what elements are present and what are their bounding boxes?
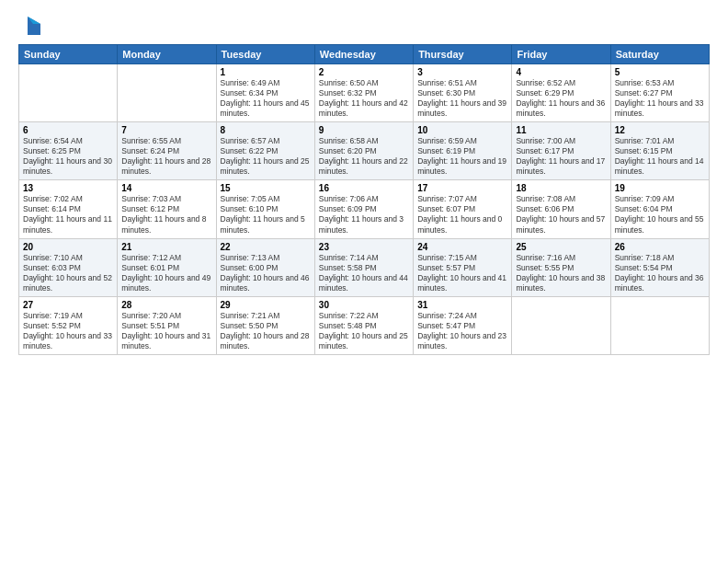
- calendar-week-4: 20Sunrise: 7:10 AM Sunset: 6:03 PM Dayli…: [19, 238, 710, 296]
- day-number: 30: [319, 300, 409, 310]
- day-number: 19: [615, 183, 705, 193]
- day-info: Sunrise: 7:19 AM Sunset: 5:52 PM Dayligh…: [23, 311, 113, 351]
- calendar-cell: 28Sunrise: 7:20 AM Sunset: 5:51 PM Dayli…: [118, 296, 216, 354]
- day-info: Sunrise: 6:59 AM Sunset: 6:19 PM Dayligh…: [417, 136, 507, 177]
- calendar-cell: 26Sunrise: 7:18 AM Sunset: 5:54 PM Dayli…: [610, 238, 709, 296]
- weekday-header-saturday: Saturday: [610, 45, 709, 64]
- page: SundayMondayTuesdayWednesdayThursdayFrid…: [0, 0, 728, 563]
- day-info: Sunrise: 7:09 AM Sunset: 6:04 PM Dayligh…: [615, 194, 705, 235]
- day-info: Sunrise: 7:21 AM Sunset: 5:50 PM Dayligh…: [221, 311, 311, 351]
- day-info: Sunrise: 7:06 AM Sunset: 6:09 PM Dayligh…: [319, 194, 409, 235]
- day-info: Sunrise: 6:58 AM Sunset: 6:20 PM Dayligh…: [319, 136, 409, 177]
- day-number: 1: [221, 67, 311, 77]
- calendar-cell: [19, 64, 118, 122]
- day-number: 26: [615, 242, 705, 252]
- day-info: Sunrise: 6:57 AM Sunset: 6:22 PM Dayligh…: [221, 136, 311, 177]
- calendar-week-5: 27Sunrise: 7:19 AM Sunset: 5:52 PM Dayli…: [19, 296, 710, 354]
- day-number: 16: [319, 183, 409, 193]
- day-number: 2: [319, 67, 409, 77]
- weekday-header-friday: Friday: [512, 45, 610, 64]
- calendar-cell: 6Sunrise: 6:54 AM Sunset: 6:25 PM Daylig…: [19, 122, 118, 180]
- calendar-week-1: 1Sunrise: 6:49 AM Sunset: 6:34 PM Daylig…: [19, 64, 710, 122]
- day-number: 9: [319, 125, 409, 135]
- calendar-table: SundayMondayTuesdayWednesdayThursdayFrid…: [18, 44, 710, 355]
- day-info: Sunrise: 6:55 AM Sunset: 6:24 PM Dayligh…: [121, 136, 211, 177]
- day-info: Sunrise: 6:53 AM Sunset: 6:27 PM Dayligh…: [615, 78, 705, 119]
- day-info: Sunrise: 7:01 AM Sunset: 6:15 PM Dayligh…: [615, 136, 705, 177]
- day-number: 11: [516, 125, 606, 135]
- day-info: Sunrise: 7:00 AM Sunset: 6:17 PM Dayligh…: [516, 136, 606, 177]
- day-number: 5: [615, 67, 705, 77]
- calendar-cell: 1Sunrise: 6:49 AM Sunset: 6:34 PM Daylig…: [216, 64, 314, 122]
- day-info: Sunrise: 7:05 AM Sunset: 6:10 PM Dayligh…: [221, 194, 311, 235]
- day-info: Sunrise: 7:15 AM Sunset: 5:57 PM Dayligh…: [417, 253, 507, 293]
- day-number: 24: [417, 242, 507, 252]
- day-info: Sunrise: 6:51 AM Sunset: 6:30 PM Dayligh…: [417, 78, 507, 119]
- day-number: 31: [417, 300, 507, 310]
- calendar-cell: [512, 296, 610, 354]
- calendar-cell: 17Sunrise: 7:07 AM Sunset: 6:07 PM Dayli…: [414, 180, 512, 238]
- day-info: Sunrise: 7:03 AM Sunset: 6:12 PM Dayligh…: [121, 194, 211, 235]
- calendar-cell: 14Sunrise: 7:03 AM Sunset: 6:12 PM Dayli…: [118, 180, 216, 238]
- calendar-cell: 22Sunrise: 7:13 AM Sunset: 6:00 PM Dayli…: [216, 238, 314, 296]
- day-number: 27: [23, 300, 113, 310]
- calendar-cell: 13Sunrise: 7:02 AM Sunset: 6:14 PM Dayli…: [19, 180, 118, 238]
- day-number: 7: [121, 125, 211, 135]
- day-info: Sunrise: 7:14 AM Sunset: 5:58 PM Dayligh…: [319, 253, 409, 293]
- calendar-cell: 8Sunrise: 6:57 AM Sunset: 6:22 PM Daylig…: [216, 122, 314, 180]
- day-info: Sunrise: 7:08 AM Sunset: 6:06 PM Dayligh…: [516, 194, 606, 235]
- calendar-cell: 7Sunrise: 6:55 AM Sunset: 6:24 PM Daylig…: [118, 122, 216, 180]
- weekday-header-row: SundayMondayTuesdayWednesdayThursdayFrid…: [19, 45, 710, 64]
- calendar-cell: 10Sunrise: 6:59 AM Sunset: 6:19 PM Dayli…: [414, 122, 512, 180]
- day-info: Sunrise: 7:07 AM Sunset: 6:07 PM Dayligh…: [417, 194, 507, 235]
- day-info: Sunrise: 7:18 AM Sunset: 5:54 PM Dayligh…: [615, 253, 705, 293]
- calendar-cell: 2Sunrise: 6:50 AM Sunset: 6:32 PM Daylig…: [314, 64, 413, 122]
- calendar-cell: 31Sunrise: 7:24 AM Sunset: 5:47 PM Dayli…: [414, 296, 512, 354]
- calendar-cell: 19Sunrise: 7:09 AM Sunset: 6:04 PM Dayli…: [610, 180, 709, 238]
- day-number: 15: [221, 183, 311, 193]
- calendar-cell: 30Sunrise: 7:22 AM Sunset: 5:48 PM Dayli…: [314, 296, 413, 354]
- calendar-cell: 29Sunrise: 7:21 AM Sunset: 5:50 PM Dayli…: [216, 296, 314, 354]
- calendar-cell: 25Sunrise: 7:16 AM Sunset: 5:55 PM Dayli…: [512, 238, 610, 296]
- svg-marker-0: [28, 17, 40, 35]
- day-number: 14: [121, 183, 211, 193]
- day-number: 3: [417, 67, 507, 77]
- day-number: 20: [23, 242, 113, 252]
- day-info: Sunrise: 7:24 AM Sunset: 5:47 PM Dayligh…: [417, 311, 507, 351]
- weekday-header-sunday: Sunday: [19, 45, 118, 64]
- day-number: 17: [417, 183, 507, 193]
- day-info: Sunrise: 7:02 AM Sunset: 6:14 PM Dayligh…: [23, 194, 113, 235]
- calendar-cell: 3Sunrise: 6:51 AM Sunset: 6:30 PM Daylig…: [414, 64, 512, 122]
- weekday-header-thursday: Thursday: [414, 45, 512, 64]
- day-number: 10: [417, 125, 507, 135]
- weekday-header-monday: Monday: [118, 45, 216, 64]
- header: [18, 15, 710, 35]
- day-info: Sunrise: 7:13 AM Sunset: 6:00 PM Dayligh…: [221, 253, 311, 293]
- logo: [18, 15, 40, 35]
- calendar-cell: 20Sunrise: 7:10 AM Sunset: 6:03 PM Dayli…: [19, 238, 118, 296]
- day-number: 23: [319, 242, 409, 252]
- day-info: Sunrise: 7:12 AM Sunset: 6:01 PM Dayligh…: [121, 253, 211, 293]
- calendar-cell: 15Sunrise: 7:05 AM Sunset: 6:10 PM Dayli…: [216, 180, 314, 238]
- day-number: 18: [516, 183, 606, 193]
- calendar-cell: 12Sunrise: 7:01 AM Sunset: 6:15 PM Dayli…: [610, 122, 709, 180]
- day-info: Sunrise: 6:54 AM Sunset: 6:25 PM Dayligh…: [23, 136, 113, 177]
- calendar-cell: 21Sunrise: 7:12 AM Sunset: 6:01 PM Dayli…: [118, 238, 216, 296]
- calendar-cell: 11Sunrise: 7:00 AM Sunset: 6:17 PM Dayli…: [512, 122, 610, 180]
- calendar-week-2: 6Sunrise: 6:54 AM Sunset: 6:25 PM Daylig…: [19, 122, 710, 180]
- day-number: 13: [23, 183, 113, 193]
- day-info: Sunrise: 6:52 AM Sunset: 6:29 PM Dayligh…: [516, 78, 606, 119]
- day-number: 28: [121, 300, 211, 310]
- day-number: 25: [516, 242, 606, 252]
- day-info: Sunrise: 7:22 AM Sunset: 5:48 PM Dayligh…: [319, 311, 409, 351]
- day-info: Sunrise: 7:16 AM Sunset: 5:55 PM Dayligh…: [516, 253, 606, 293]
- day-number: 4: [516, 67, 606, 77]
- day-number: 8: [221, 125, 311, 135]
- weekday-header-wednesday: Wednesday: [314, 45, 413, 64]
- calendar-cell: [118, 64, 216, 122]
- calendar-cell: 5Sunrise: 6:53 AM Sunset: 6:27 PM Daylig…: [610, 64, 709, 122]
- day-number: 21: [121, 242, 211, 252]
- calendar-cell: 27Sunrise: 7:19 AM Sunset: 5:52 PM Dayli…: [19, 296, 118, 354]
- calendar-cell: 4Sunrise: 6:52 AM Sunset: 6:29 PM Daylig…: [512, 64, 610, 122]
- day-number: 12: [615, 125, 705, 135]
